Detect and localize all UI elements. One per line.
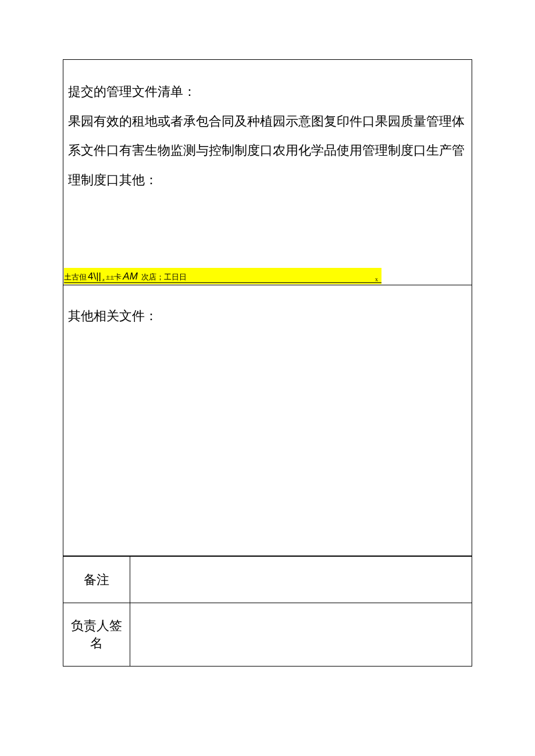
- signature-row: 负责人签名: [63, 603, 472, 667]
- section-1-row: 提交的管理文件清单： 果园有效的租地或者承包合同及种植园示意图复印件口果园质量管…: [63, 60, 472, 285]
- highlight-left: 土古但 4\|| z ±±卡 AM 次店；工日日: [64, 271, 187, 282]
- highlight-big1: 4\||: [88, 271, 101, 282]
- highlight-content: 土古但 4\|| z ±±卡 AM 次店；工日日 x: [64, 271, 381, 283]
- highlight-am: AM: [123, 271, 138, 282]
- highlight-cn: 次店；工日日: [141, 272, 187, 282]
- highlight-sub: z: [102, 277, 105, 282]
- section-1-cell: 提交的管理文件清单： 果园有效的租地或者承包合同及种植园示意图复印件口果园质量管…: [63, 60, 472, 285]
- section-2-cell: 土古但 4\|| z ±±卡 AM 次店；工日日 x 其他相关文件：: [63, 285, 472, 556]
- highlight-prefix: 土古但: [64, 272, 87, 282]
- remark-value: [130, 557, 472, 603]
- section-2-title: 其他相关文件：: [68, 302, 467, 331]
- signature-label: 负责人签名: [63, 603, 130, 667]
- remark-row: 备注: [63, 557, 472, 603]
- signature-value: [130, 603, 472, 667]
- section-1-body: 果园有效的租地或者承包合同及种植园示意图复印件口果园质量管理体系文件口有害生物监…: [68, 107, 467, 195]
- highlight-bar: 土古但 4\|| z ±±卡 AM 次店；工日日 x: [64, 268, 381, 284]
- highlight-right: x: [375, 276, 378, 282]
- bottom-table: 备注 负责人签名: [63, 556, 472, 667]
- section-2-row: 土古但 4\|| z ±±卡 AM 次店；工日日 x 其他相关文件：: [63, 285, 472, 556]
- document-table: 提交的管理文件清单： 果园有效的租地或者承包合同及种植园示意图复印件口果园质量管…: [63, 59, 472, 556]
- highlight-mid: ±±卡: [106, 272, 122, 282]
- remark-label: 备注: [63, 557, 130, 603]
- section-1-title: 提交的管理文件清单：: [68, 77, 467, 107]
